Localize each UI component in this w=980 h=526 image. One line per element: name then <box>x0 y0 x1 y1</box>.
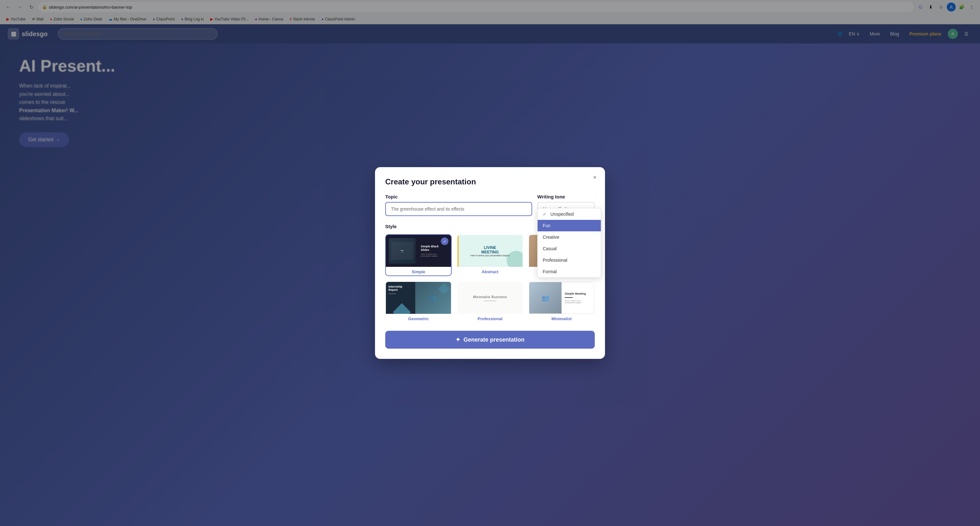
tone-option-professional[interactable]: Professional <box>538 254 601 266</box>
tone-dropdown: Unspecified Fun Creative Casual Professi… <box>537 208 601 278</box>
style-label-simple: Simple <box>386 267 451 276</box>
tone-option-creative[interactable]: Creative <box>538 231 601 243</box>
modal-close-button[interactable]: × <box>590 172 600 182</box>
tone-label: Writing tone <box>537 194 595 199</box>
style-card-minimalist[interactable]: 👥 Simple Meeting Here is where your pres… <box>528 281 595 323</box>
geometric-card-preview: 👥 InternshipReport Geometric <box>386 282 451 314</box>
minimalist-card-preview: 👥 Simple Meeting Here is where your pres… <box>529 282 594 314</box>
abstract-card-preview: LIVINEMEETING Here is where your present… <box>457 235 523 267</box>
topic-label: Topic <box>385 194 532 199</box>
generate-icon: ✦ <box>455 336 460 343</box>
topic-group: Topic <box>385 194 532 216</box>
simple-preview-left: 📷 <box>389 238 416 264</box>
modal-title: Create your presentation <box>385 177 595 186</box>
generate-button[interactable]: ✦ Generate presentation <box>385 331 595 349</box>
style-card-professional[interactable]: Minimalist Business Professional <box>457 281 523 323</box>
topic-input[interactable] <box>385 202 532 216</box>
create-presentation-modal: × Create your presentation Topic Writing… <box>375 167 605 359</box>
style-label-minimalist: Minimalist <box>529 314 594 322</box>
style-label-abstract: Abstract <box>457 267 523 276</box>
tone-group: Writing tone Unspecified ▼ Unspecified F… <box>537 194 595 216</box>
tone-option-fun[interactable]: Fun <box>538 220 601 231</box>
style-card-geometric[interactable]: 👥 InternshipReport Geometric Geometric <box>385 281 452 323</box>
modal-overlay[interactable]: × Create your presentation Topic Writing… <box>0 0 980 526</box>
selected-check-icon: ✓ <box>441 237 449 245</box>
style-label-professional: Professional <box>457 314 523 322</box>
style-card-abstract[interactable]: LIVINEMEETING Here is where your present… <box>457 234 523 276</box>
tone-option-formal[interactable]: Formal <box>538 266 601 277</box>
generate-label: Generate presentation <box>463 336 525 343</box>
professional-card-preview: Minimalist Business <box>457 282 523 314</box>
form-row-topic-tone: Topic Writing tone Unspecified ▼ Unspeci… <box>385 194 595 216</box>
style-card-simple[interactable]: 📷 Simple BlackSlides Here is where your … <box>385 234 452 276</box>
style-label-geometric: Geometric <box>386 314 451 322</box>
tone-option-unspecified[interactable]: Unspecified <box>538 208 601 220</box>
tone-option-casual[interactable]: Casual <box>538 243 601 254</box>
